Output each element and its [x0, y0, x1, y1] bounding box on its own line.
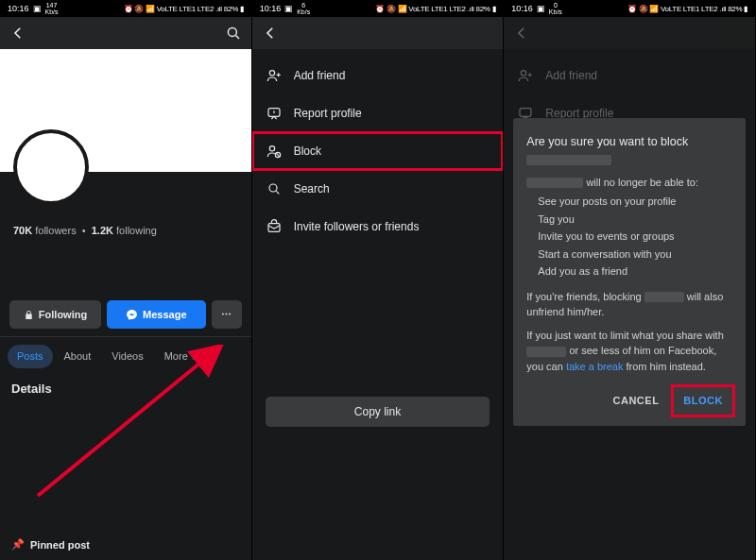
status-battery: 82%: [728, 5, 742, 13]
message-button[interactable]: Message: [107, 300, 206, 329]
search-icon: [266, 181, 283, 196]
battery-icon: ▮: [240, 5, 244, 13]
bullet: Tag you: [538, 212, 732, 228]
svg-rect-7: [268, 224, 280, 232]
copy-link-label: Copy link: [354, 405, 401, 418]
add-friend-icon: [517, 68, 534, 83]
status-time: 10:16: [511, 4, 533, 13]
tab-posts[interactable]: Posts: [8, 345, 53, 368]
tab-about[interactable]: About: [55, 345, 101, 368]
back-icon: [513, 25, 530, 42]
redacted-name: [526, 347, 566, 357]
menu-add-friend: Add friend: [504, 57, 755, 94]
more-button[interactable]: ⋯: [212, 300, 242, 329]
modal-friends-note: If you're friends, blocking will also un…: [526, 289, 732, 320]
messenger-icon: [126, 309, 138, 321]
pin-icon: 📌: [11, 538, 25, 551]
bullet: Invite you to events or groups: [538, 229, 732, 245]
bullet: See your posts on your profile: [538, 194, 732, 210]
back-icon[interactable]: [9, 25, 26, 42]
header-bar: [0, 17, 251, 49]
redacted-name: [644, 292, 684, 302]
status-battery: 82%: [224, 5, 238, 13]
status-indicators: ⏰ 🔕 📶 VoLTE LTE1 LTE2 .ıll: [375, 5, 473, 13]
panel-confirm: 10:16 ▣ 0Kb/s ⏰ 🔕 📶 VoLTE LTE1 LTE2 .ıll…: [504, 0, 756, 560]
status-bar: 10:16 ▣ 6Kb/s ⏰ 🔕 📶 VoLTE LTE1 LTE2 .ıll…: [252, 0, 504, 17]
menu-label: Report profile: [294, 107, 362, 120]
menu-invite[interactable]: Invite followers or friends: [252, 208, 504, 246]
menu-label: Search: [294, 182, 330, 195]
avatar-wrap: [0, 172, 251, 210]
menu-label: Invite followers or friends: [294, 220, 420, 233]
status-indicators: ⏰ 🔕 📶 VoLTE LTE1 LTE2 .ıll: [124, 5, 222, 13]
ellipsis-icon: ⋯: [221, 309, 232, 321]
menu-label: Block: [294, 144, 321, 158]
panel-menu: 10:16 ▣ 6Kb/s ⏰ 🔕 📶 VoLTE LTE1 LTE2 .ıll…: [252, 0, 505, 560]
details-heading: Details: [0, 368, 251, 409]
profile-tabs: Posts About Videos More ▾: [0, 336, 251, 368]
report-icon: [266, 106, 283, 121]
svg-point-0: [228, 27, 236, 36]
header-bar: [504, 17, 755, 49]
modal-limit-note: If you just want to limit what you share…: [526, 328, 732, 375]
battery-icon: ▮: [492, 5, 496, 13]
modal-actions: CANCEL BLOCK: [526, 387, 732, 415]
menu-report-profile[interactable]: Report profile: [252, 94, 504, 132]
svg-rect-9: [520, 109, 531, 117]
menu-label: Add friend: [545, 69, 597, 82]
menu-block[interactable]: Block: [252, 132, 504, 170]
status-indicators: ⏰ 🔕 📶 VoLTE LTE1 LTE2 .ıll: [627, 5, 726, 13]
status-time: 10:16: [8, 4, 29, 13]
svg-point-8: [522, 71, 526, 76]
modal-subtitle: will no longer be able to:: [526, 175, 732, 191]
status-battery: 82%: [475, 5, 490, 13]
back-icon[interactable]: [262, 25, 279, 42]
menu-search[interactable]: Search: [252, 170, 504, 208]
tab-more[interactable]: More ▾: [155, 345, 206, 368]
pinned-post-label: 📌 Pinned post: [11, 538, 90, 551]
media-icon: ▣: [284, 4, 293, 13]
header-bar: [252, 17, 504, 49]
menu-label: Add friend: [294, 69, 346, 82]
svg-point-2: [269, 71, 274, 76]
copy-link-button[interactable]: Copy link: [266, 397, 490, 427]
cancel-button[interactable]: CANCEL: [604, 387, 669, 415]
message-label: Message: [143, 309, 186, 320]
block-confirm-modal: Are you sure you want to block will no l…: [513, 118, 746, 426]
action-row: Following Message ⋯: [0, 281, 251, 336]
lock-icon: [24, 310, 34, 320]
bullet: Add you as a friend: [538, 263, 732, 280]
block-icon: [266, 144, 283, 159]
status-speed: 0Kb/s: [549, 2, 562, 15]
menu-add-friend[interactable]: Add friend: [252, 57, 504, 94]
add-friend-icon: [266, 68, 283, 83]
redacted-name: [526, 155, 611, 165]
menu-list: Add friend Report profile Block Search I…: [252, 49, 504, 246]
block-confirm-button[interactable]: BLOCK: [674, 387, 732, 415]
tab-videos[interactable]: Videos: [102, 345, 152, 368]
status-time: 10:16: [260, 4, 282, 13]
status-bar: 10:16 ▣ 147Kb/s ⏰ 🔕 📶 VoLTE LTE1 LTE2 .ı…: [0, 0, 251, 17]
profile-stats: 70K followers • 1.2K following: [0, 210, 251, 244]
following-label: Following: [39, 309, 87, 320]
chevron-down-icon: ▾: [191, 350, 197, 362]
redacted-name: [526, 178, 583, 188]
modal-title: Are you sure you want to block: [526, 133, 732, 169]
status-bar: 10:16 ▣ 0Kb/s ⏰ 🔕 📶 VoLTE LTE1 LTE2 .ıll…: [504, 0, 755, 17]
take-a-break-link[interactable]: take a break: [566, 361, 624, 372]
status-speed: 6Kb/s: [297, 2, 310, 15]
search-icon[interactable]: [225, 25, 242, 42]
media-icon: ▣: [33, 4, 42, 13]
svg-point-6: [269, 184, 277, 192]
invite-icon: [266, 219, 283, 234]
modal-bullets: See your posts on your profile Tag you I…: [526, 194, 732, 280]
media-icon: ▣: [537, 4, 545, 13]
svg-point-4: [269, 146, 274, 151]
avatar[interactable]: [13, 129, 89, 205]
following-button[interactable]: Following: [9, 300, 101, 329]
bullet: Start a conversation with you: [538, 246, 732, 263]
battery-icon: ▮: [744, 5, 747, 13]
panel-profile: 10:16 ▣ 147Kb/s ⏰ 🔕 📶 VoLTE LTE1 LTE2 .ı…: [0, 0, 252, 560]
status-speed: 147Kb/s: [45, 2, 59, 15]
